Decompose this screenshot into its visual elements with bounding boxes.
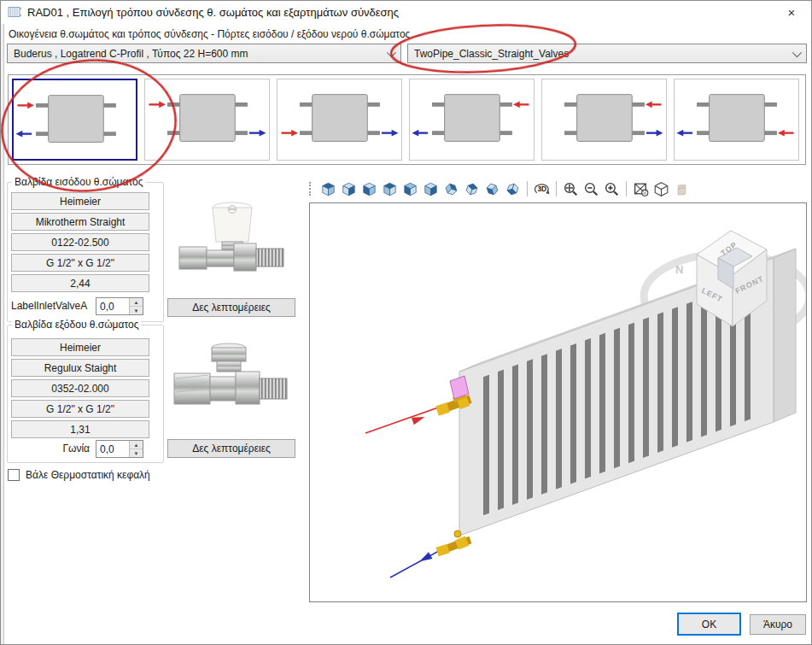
outlet-valve-manufacturer: Heimeier	[11, 338, 149, 356]
connection-thumbnails-strip	[8, 74, 806, 165]
toolbar-separator	[527, 181, 528, 196]
toolbar-grip[interactable]	[309, 182, 314, 196]
spin-up-icon[interactable]: ▲	[130, 298, 143, 307]
inlet-valve-details-label: Δες λεπτομέρειες	[192, 302, 271, 314]
outlet-valve-code: 0352-02.000	[11, 379, 149, 397]
dialog-titlebar: RAD01 , Επιλογή τρόπου σύνδεσης θ. σωμάτ…	[0, 0, 812, 24]
wireframe-view-icon[interactable]	[651, 179, 671, 198]
connection-family-combobox[interactable]: TwoPipe_Classic_Straight_Valves	[407, 44, 807, 63]
radiator-window-icon	[8, 6, 22, 19]
inlet-valve-photo	[172, 194, 292, 295]
outlet-valve-angle-value[interactable]: 0,0	[96, 441, 129, 457]
outlet-valve-details-label: Δες λεπτομέρειες	[192, 443, 271, 454]
thermostatic-head-checkbox[interactable]	[8, 469, 20, 481]
outlet-valve-angle-spinner[interactable]: 0,0 ▲ ▼	[96, 440, 143, 458]
spin-down-icon[interactable]: ▼	[130, 449, 143, 457]
axon-view-se-icon[interactable]	[462, 179, 482, 198]
inlet-valve-details-button[interactable]: Δες λεπτομέρειες	[167, 298, 295, 317]
ok-button[interactable]: OK	[677, 613, 741, 636]
axon-view-sw-icon[interactable]	[441, 179, 461, 198]
outlet-valve-angle-label: Γωνία	[11, 443, 90, 454]
spin-down-icon[interactable]: ▼	[130, 307, 143, 314]
close-button[interactable]: ×	[776, 2, 807, 22]
view-toolbar: 3D	[309, 178, 692, 200]
close-icon: ×	[788, 5, 796, 20]
inlet-valve-angle-value[interactable]: 0,0	[96, 298, 129, 314]
axon-view-nw-icon[interactable]	[503, 179, 523, 198]
toolbar-separator	[626, 181, 627, 196]
inlet-valve-3d	[437, 376, 470, 411]
outlet-valve-connection-size: G 1/2" x G 1/2"	[11, 400, 149, 418]
view-cube-top-icon[interactable]	[318, 179, 338, 198]
cancel-button[interactable]: Άκυρο	[750, 614, 806, 635]
zoom-in-icon[interactable]	[602, 179, 622, 198]
family-connection-label: Οικογένεια θ.σωμάτος και τρόπος σύνδεσης…	[9, 28, 410, 40]
chevron-down-icon	[792, 48, 802, 57]
cancel-button-label: Άκυρο	[763, 619, 792, 630]
connection-thumbnail-5[interactable]	[541, 79, 667, 161]
outlet-valve-group-label: Βαλβίδα εξόδου θ.σώματος	[12, 319, 141, 331]
preview-3d-viewport[interactable]: N E S W TOP LEFT FRONT	[309, 202, 807, 602]
thermostatic-head-label: Βάλε Θερμοστατική κεφαλή	[26, 469, 150, 481]
inlet-valve-manufacturer: Heimeier	[11, 192, 149, 210]
zoom-window-icon[interactable]	[631, 179, 651, 198]
inlet-valve-connection-size: G 1/2" x G 1/2"	[11, 254, 149, 272]
outlet-valve-details-button[interactable]: Δες λεπτομέρειες	[167, 439, 295, 458]
shaded-view-icon[interactable]	[672, 179, 692, 198]
connection-thumbnail-2[interactable]	[144, 79, 270, 161]
radiator-family-value: Buderus , Logatrend C-Profil , Τύπος 22 …	[14, 48, 248, 60]
axon-view-ne-icon[interactable]	[482, 179, 502, 198]
chevron-down-icon	[387, 48, 396, 57]
view-cube-front-icon[interactable]	[400, 179, 420, 198]
svg-text:3D: 3D	[537, 185, 546, 193]
outlet-valve-photo	[172, 336, 292, 437]
outlet-valve-series: Regulux Staight	[11, 359, 149, 377]
connection-family-value: TwoPipe_Classic_Straight_Valves	[414, 48, 569, 60]
zoom-out-icon[interactable]	[581, 179, 601, 198]
orbit-3d-icon[interactable]: 3D	[532, 179, 552, 198]
ok-button-label: OK	[702, 619, 716, 630]
connection-thumbnail-1[interactable]	[12, 79, 137, 161]
zoom-extents-icon[interactable]	[561, 179, 581, 198]
view-cube-right-icon[interactable]	[380, 179, 400, 198]
inlet-valve-kv: 2,44	[11, 274, 149, 292]
inlet-valve-series: Mikrotherm Straight	[11, 213, 149, 231]
inlet-valve-group-label: Βαλβίδα εισόδου θ.σώματος	[12, 176, 145, 188]
radiator-family-combobox[interactable]: Buderus , Logatrend C-Profil , Τύπος 22 …	[7, 44, 401, 63]
view-cube-left-icon[interactable]	[359, 179, 379, 198]
inlet-valve-angle-spinner[interactable]: 0,0 ▲ ▼	[96, 297, 143, 315]
parent-window-edge	[0, 0, 4, 645]
outlet-valve-kv: 1,31	[11, 420, 149, 438]
inlet-valve-code: 0122-02.500	[11, 233, 149, 251]
dialog-title: RAD01 , Επιλογή τρόπου σύνδεσης θ. σωμάτ…	[27, 6, 399, 19]
view-cube-back-icon[interactable]	[421, 179, 441, 198]
return-flow-arrow-icon	[418, 552, 432, 565]
toolbar-separator	[556, 181, 557, 196]
compass-north-label: N	[675, 263, 683, 276]
view-cube-bottom-icon[interactable]	[339, 179, 359, 198]
spin-up-icon[interactable]: ▲	[130, 441, 143, 449]
connection-thumbnail-4[interactable]	[409, 79, 535, 161]
inlet-valve-angle-label: LabelInletValveA	[11, 300, 87, 312]
connection-thumbnail-6[interactable]	[674, 79, 799, 161]
connection-thumbnail-3[interactable]	[277, 79, 402, 161]
